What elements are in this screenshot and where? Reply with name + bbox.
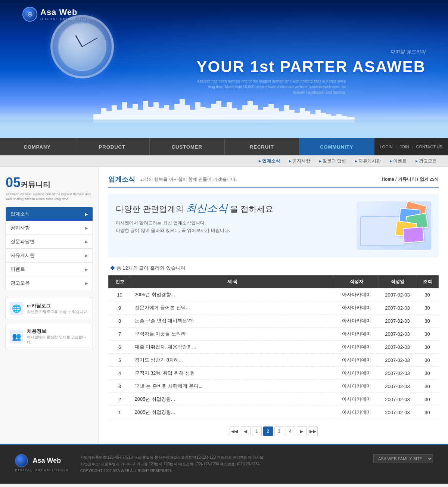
footer-line-3: COPYRIGHT 2007 ASA WEB ALL RIGHT RESERUE… bbox=[80, 468, 362, 474]
sidebar-menu-ad[interactable]: 광고모음 ▶ bbox=[6, 276, 93, 290]
page-4[interactable]: 4 bbox=[286, 426, 295, 436]
sidebar-banner-recruit-text: 채용정보 아사웹에서 활신한 인재를 모집합니다. bbox=[27, 328, 89, 345]
cell-title[interactable]: "기회는 준비된 사람에게 온다... bbox=[131, 380, 334, 393]
nav-item-customer[interactable]: CUSTOMER bbox=[150, 138, 225, 155]
cell-title[interactable]: 구직자들.이곳들 노려라 bbox=[131, 328, 334, 341]
cell-num: 5 bbox=[109, 354, 131, 367]
page-prev[interactable]: ◀ bbox=[241, 426, 251, 436]
arrow-icon-1: ▶ bbox=[85, 226, 88, 230]
table-row: 10 2005년 취업경향... 아사아카데미 2007-02-03 30 bbox=[109, 288, 439, 301]
contact-link[interactable]: CONTACT US bbox=[416, 145, 443, 149]
cell-views: 30 bbox=[416, 380, 439, 393]
cell-title[interactable]: 대졸 미취업자. 채용박람회... bbox=[131, 341, 334, 354]
table-row: 6 대졸 미취업자. 채용박람회... 아사아카데미 2007-02-03 30 bbox=[109, 341, 439, 354]
cell-title[interactable]: 논술.구슬.면접 대비책은?? bbox=[131, 314, 334, 328]
data-table: 번호 제 목 작성자 작성일 조회 10 2005년 취업경향... 아사아카데… bbox=[108, 275, 439, 419]
col-num: 번호 bbox=[109, 276, 131, 288]
photo-card-5 bbox=[402, 227, 424, 244]
cell-author: 아사아카데미 bbox=[334, 354, 379, 367]
sidebar: 05커뮤니티 Asaweb has been running one of th… bbox=[0, 167, 99, 444]
cell-title[interactable]: 2005년 취업경황... bbox=[131, 393, 334, 406]
clock-inner bbox=[58, 22, 106, 71]
page-header-left: 업계소식 고객의 행복을 아사웹이 함께 만들어 가겠습니다. bbox=[108, 175, 237, 184]
sub-nav-ad[interactable]: 광고모음 bbox=[412, 156, 441, 166]
cell-date: 2007-02-03 bbox=[379, 301, 416, 314]
hero-main-title: YOUR 1st PARTER ASAWEB bbox=[197, 58, 426, 75]
clock-decoration bbox=[45, 11, 119, 86]
nav-divider-2: | bbox=[412, 145, 413, 149]
page-next[interactable]: ▶ bbox=[297, 426, 307, 436]
page-title: 업계소식 bbox=[108, 175, 135, 184]
page-last[interactable]: ▶▶ bbox=[308, 426, 318, 436]
cell-views: 30 bbox=[416, 328, 439, 341]
cell-title[interactable]: 2005년 취업경황... bbox=[131, 406, 334, 419]
cell-title[interactable]: 전문가에게 들어본 선택... bbox=[131, 301, 334, 314]
sub-nav-event[interactable]: 이벤트 bbox=[386, 156, 410, 166]
recruit-icon: 👥 bbox=[10, 330, 23, 343]
nav-divider-1: | bbox=[396, 145, 397, 149]
table-row: 4 구직자 32%. 취업 위해 성형 아사아카데미 2007-02-03 30 bbox=[109, 367, 439, 380]
join-link[interactable]: JOIN bbox=[400, 145, 409, 149]
nav-item-product[interactable]: PRODUCT bbox=[75, 138, 150, 155]
breadcrumb: Home / 커뮤니티 / 업계 소식 bbox=[382, 176, 439, 183]
sub-nav-qna[interactable]: 질문과 답변 bbox=[315, 156, 350, 166]
arrow-icon-4: ▶ bbox=[85, 267, 88, 272]
cell-title[interactable]: 경기도 상반기 8차례... bbox=[131, 354, 334, 367]
col-author: 작성자 bbox=[334, 276, 379, 288]
cell-views: 30 bbox=[416, 354, 439, 367]
clock-hour-hand bbox=[75, 35, 83, 47]
nav-item-recruit[interactable]: RECRUIT bbox=[225, 138, 300, 155]
table-row: 7 구직자들.이곳들 노려라 아사아카데미 2007-02-03 30 bbox=[109, 328, 439, 341]
family-site-select[interactable]: ASA WEB FAMILY SITE ...... bbox=[373, 454, 433, 463]
arrow-icon-2: ▶ bbox=[85, 240, 88, 244]
nav-item-company[interactable]: COMPANY bbox=[0, 138, 75, 155]
table-row: 3 "기회는 준비된 사람에게 온다... 아사아카데미 2007-02-03 … bbox=[109, 380, 439, 393]
sub-nav-industry[interactable]: 업계소식 bbox=[255, 156, 284, 166]
sidebar-menu-notice[interactable]: 공지사항 ▶ bbox=[6, 221, 93, 235]
sidebar-section-label: 커뮤니티 bbox=[21, 180, 50, 189]
cell-num: 2 bbox=[109, 393, 131, 406]
sub-nav-notice[interactable]: 공지사항 bbox=[285, 156, 314, 166]
table-row: 9 전문가에게 들어본 선택... 아사아카데미 2007-02-03 30 bbox=[109, 301, 439, 314]
cell-num: 8 bbox=[109, 314, 131, 328]
content-area: 업계소식 고객의 행복을 아사웹이 함께 만들어 가겠습니다. Home / 커… bbox=[99, 167, 448, 444]
cell-author: 아사아카데미 bbox=[334, 380, 379, 393]
feature-desc: 아사웹에서 알려드리는 최신 업계소식입니다. 다양한 글이 많이 올라와 있으… bbox=[116, 219, 349, 235]
cell-author: 아사아카데미 bbox=[334, 301, 379, 314]
footer-info: 사업자등록번호:123-45-678910 대표:홍길동 통신관례애업신고번호:… bbox=[80, 454, 362, 474]
page-first[interactable]: ◀◀ bbox=[230, 426, 239, 436]
table-body: 10 2005년 취업경향... 아사아카데미 2007-02-03 30 9 … bbox=[109, 288, 439, 419]
cell-num: 6 bbox=[109, 341, 131, 354]
sidebar-menu-event[interactable]: 이벤트 ▶ bbox=[6, 263, 93, 276]
clock-outer bbox=[50, 15, 114, 78]
cell-date: 2007-02-03 bbox=[379, 288, 416, 301]
water-reflection bbox=[0, 120, 448, 138]
sidebar-banner-catalog[interactable]: 🌐 e-카달로그 최신판 카달로그를 보실 수 있습니다. bbox=[6, 298, 93, 319]
footer-logo-tagline: DIGITAL DREAM UTOPIA bbox=[15, 468, 69, 472]
sub-nav-free[interactable]: 자유게시판 bbox=[351, 156, 385, 166]
sidebar-menu-industry[interactable]: 업계소식 ▶ bbox=[6, 207, 93, 221]
sidebar-menu-qna[interactable]: 질문과답변 ▶ bbox=[6, 235, 93, 249]
feature-section: 다양한 관련업계의 최신소식 을 접하세요 아사웹에서 알려드리는 최신 업계소… bbox=[108, 194, 439, 257]
photo-stack bbox=[392, 203, 429, 248]
col-views: 조회 bbox=[416, 276, 439, 288]
nav-item-community[interactable]: COMMUNITY bbox=[299, 138, 374, 155]
sidebar-banner-catalog-text: e-카달로그 최신판 카달로그를 보실 수 있습니다. bbox=[27, 303, 88, 314]
hero-subtitle: 다지털 유드리아 bbox=[197, 49, 426, 55]
table-row: 5 경기도 상반기 8차례... 아사아카데미 2007-02-03 30 bbox=[109, 354, 439, 367]
footer-logo: Asa Web DIGITAL DREAM UTOPIA bbox=[15, 454, 69, 472]
sidebar-section-desc: Asaweb has been running one of the bigge… bbox=[6, 192, 93, 201]
page-1[interactable]: 1 bbox=[252, 426, 262, 436]
sidebar-banner-recruit[interactable]: 👥 채용정보 아사웹에서 활신한 인재를 모집합니다. bbox=[6, 324, 93, 349]
login-link[interactable]: LOGIN bbox=[380, 145, 393, 149]
cell-title[interactable]: 2005년 취업경향... bbox=[131, 288, 334, 301]
sidebar-menu-free[interactable]: 자유게시란 ▶ bbox=[6, 249, 93, 263]
feature-image bbox=[357, 201, 431, 250]
page-2[interactable]: 2 bbox=[263, 426, 273, 436]
cell-author: 아사아카데미 bbox=[334, 406, 379, 419]
page-3[interactable]: 3 bbox=[274, 426, 284, 436]
cell-author: 아사아카데미 bbox=[334, 314, 379, 328]
cell-date: 2007-02-03 bbox=[379, 354, 416, 367]
cell-title[interactable]: 구직자 32%. 취업 위해 성형 bbox=[131, 367, 334, 380]
footer-line-1: 사업자등록번호:123-45-678910 대표:홍길동 통신관례애업신고번호:… bbox=[80, 454, 362, 461]
